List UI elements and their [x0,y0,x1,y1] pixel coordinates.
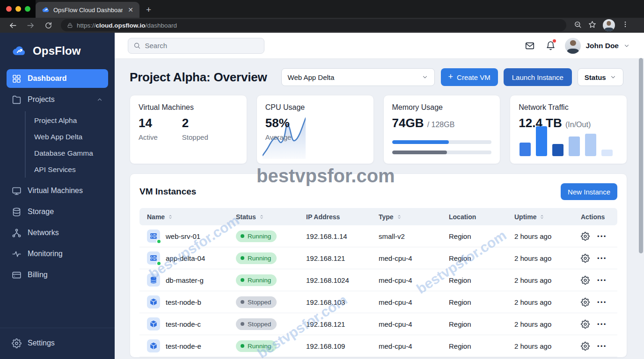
plus-icon: + [448,72,454,82]
column-header-location: Location [441,213,507,221]
sidebar-item-settings[interactable]: Settings [7,334,108,352]
row-more-icon[interactable]: ⋯ [597,322,607,326]
table-row[interactable]: db-master-g Running 192.168.1024 med-cpu… [139,269,617,291]
network-bar [536,126,547,156]
row-settings-gear-icon[interactable] [581,342,590,351]
new-tab-button[interactable]: + [146,5,151,18]
database-icon [147,273,160,287]
tab-strip: OpsFlow Cloud Dashboard ✕ + [0,0,644,18]
forward-icon[interactable] [23,19,37,31]
sidebar-item-billing[interactable]: Billing [7,266,108,284]
create-vm-button[interactable]: + Create VM [441,68,498,86]
row-more-icon[interactable]: ⋯ [597,256,607,260]
row-more-icon[interactable]: ⋯ [597,300,607,304]
row-more-icon[interactable]: ⋯ [597,344,607,348]
column-header-type[interactable]: Type [371,213,441,221]
memory-bar-primary [392,140,492,144]
table-header-row: Name Status IP Address Type Location Upt… [139,208,617,225]
sidebar-item-label: Networks [28,229,59,237]
status-filter-button[interactable]: Status [578,68,623,86]
sidebar-item-api-services[interactable]: API Services [26,161,108,178]
sidebar-item-database-gamma[interactable]: Database Gamma [26,145,108,161]
network-bars-chart [520,126,618,156]
sidebar-item-project-alpha[interactable]: Project Alpha [26,112,108,129]
address-field[interactable]: https://cloud.opsflow.io/dashboard [61,19,566,31]
vm-ip: 192.168.121 [299,320,371,328]
gear-icon [12,338,22,348]
row-settings-gear-icon[interactable] [581,254,590,263]
zoom-icon[interactable] [574,21,582,30]
browser-profile-avatar[interactable] [603,19,615,31]
row-more-icon[interactable]: ⋯ [597,278,607,282]
sidebar-item-label: Dashboard [28,74,67,83]
vm-name: web-srv-01 [166,232,200,240]
close-window-button[interactable] [6,6,12,12]
vm-name: test-node-b [166,298,201,306]
browser-tab[interactable]: OpsFlow Cloud Dashboard ✕ [36,2,139,18]
user-menu[interactable]: John Doe [565,38,630,54]
page-url: https://cloud.opsflow.io/dashboard [77,22,177,29]
status-ok-badge [156,261,161,266]
row-settings-gear-icon[interactable] [581,276,590,285]
vm-ip: 192.168.1024 [299,276,371,284]
table-row[interactable]: test-node-c Stopped 192.168.121 med-cpu-… [139,313,617,335]
monitor-icon [12,186,22,196]
search-box[interactable] [128,38,264,54]
tab-title: OpsFlow Cloud Dashboard [53,7,123,14]
network-bar [569,136,580,156]
column-header-ip: IP Address [299,213,371,221]
memory-bar-secondary [392,151,492,154]
table-row[interactable]: test-node-b Stopped 192.168.103 med-cpu-… [139,291,617,313]
project-selector-value: Web App Delta [288,73,335,81]
row-settings-gear-icon[interactable] [581,232,590,241]
page-scrollbar[interactable] [639,58,643,253]
sidebar-item-projects[interactable]: Projects [7,90,108,109]
network-bar [601,150,613,156]
minimize-window-button[interactable] [15,6,21,12]
sidebar-item-virtual-machines[interactable]: Virtual Machines [7,181,108,200]
projects-subnav: Project Alpha Web App Delta Database Gam… [25,111,108,178]
sidebar-item-networks[interactable]: Networks [7,223,108,242]
browser-menu-icon[interactable] [622,21,629,30]
column-header-status[interactable]: Status [228,213,299,221]
sidebar-item-storage[interactable]: Storage [7,202,108,221]
vm-name: app-delta-04 [166,254,205,262]
column-header-uptime[interactable]: Uptime [507,213,573,221]
vm-name: test-node-e [166,342,201,350]
table-row[interactable]: app-delta-04 Running 192.168.121 med-cpu… [139,247,617,269]
launch-instance-button[interactable]: Launch Instance [504,68,572,86]
tab-close-icon[interactable]: ✕ [126,6,135,14]
back-icon[interactable] [6,19,20,31]
sidebar-item-label: Virtual Machines [28,187,83,195]
notification-dot [553,39,556,43]
status-badge: Running [236,230,277,242]
bell-icon[interactable] [544,40,556,52]
project-selector[interactable]: Web App Delta [281,68,435,86]
network-nodes-icon [12,228,22,238]
row-settings-gear-icon[interactable] [581,298,590,307]
cube-icon [147,295,160,309]
row-more-icon[interactable]: ⋯ [597,234,607,238]
reload-icon[interactable] [41,19,55,31]
maximize-window-button[interactable] [25,6,30,12]
row-settings-gear-icon[interactable] [581,320,590,329]
database-icon [12,207,22,217]
sidebar-item-monitoring[interactable]: Monitoring [7,244,108,263]
vm-location: Region [441,320,507,328]
sidebar-item-web-app-delta[interactable]: Web App Delta [26,129,108,145]
url-bar: https://cloud.opsflow.io/dashboard [0,18,644,33]
table-row[interactable]: test-node-e Running 192.168.109 med-cpu-… [139,335,617,357]
sidebar-item-label: Billing [28,271,48,279]
search-input[interactable] [145,42,259,50]
column-header-name[interactable]: Name [139,213,228,221]
new-instance-button[interactable]: New Instance [561,183,617,200]
sidebar-item-dashboard[interactable]: Dashboard [7,69,108,88]
bookmark-star-icon[interactable] [588,21,596,30]
table-row[interactable]: web-srv-01 Running 192.168.1.14 small-v2… [139,225,617,247]
column-header-actions: Actions [573,213,617,221]
user-name: John Doe [585,42,619,50]
credit-card-icon [12,270,22,280]
card-title: CPU Usage [265,103,365,112]
vm-location: Region [441,342,507,350]
mail-icon[interactable] [524,40,536,52]
